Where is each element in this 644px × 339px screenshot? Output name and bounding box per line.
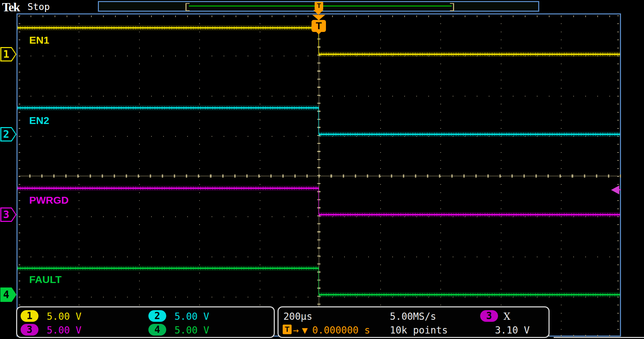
ch2-signal-label: EN2	[29, 115, 49, 126]
ch1-ground-marker: 1	[0, 47, 16, 61]
bottom-panel-edge	[554, 337, 644, 338]
ch3-signal-label: PWRGD	[29, 194, 69, 206]
ch2-trace-falling-edge	[318, 108, 319, 134]
edge-ticks-left	[19, 15, 20, 337]
ch3-ground-marker-number: 3	[0, 208, 12, 221]
timebase-scale-readout: 200µs	[283, 311, 312, 322]
oscilloscope-screen: Tek Stop EN1	[0, 0, 644, 339]
ch2-badge: 2	[148, 310, 166, 322]
trigger-slope-marker-glyph: ▼	[302, 325, 308, 336]
trigger-level-arrow-tail	[619, 189, 621, 190]
ch2-scale-readout: 5.00 V	[174, 311, 209, 322]
center-horizontal-axis	[19, 174, 621, 178]
trigger-arrow-topbar-icon	[313, 10, 324, 15]
ch4-ground-marker: 4	[0, 287, 16, 302]
ch1-scale-readout: 5.00 V	[47, 311, 81, 322]
ch4-trace-falling-edge	[318, 268, 319, 295]
trigger-icon-readout: T	[283, 325, 292, 334]
trigger-position-arrow-icon	[312, 15, 325, 20]
ch1-ground-marker-number: 1	[0, 48, 12, 60]
ch4-ground-marker-number: 4	[0, 289, 12, 301]
ch3-scale-readout: 5.00 V	[47, 325, 81, 336]
ch4-badge: 4	[148, 324, 166, 336]
sample-rate-readout: 5.00MS/s	[390, 311, 436, 322]
trigger-icon-topbar: T	[315, 2, 323, 10]
ch3-trace-falling-edge	[318, 188, 319, 215]
channel-readout-box: 1 5.00 V 2 5.00 V 3 5.00 V 4 5.00 V	[16, 306, 275, 338]
ch1-signal-label: EN1	[29, 34, 49, 46]
timebase-trigger-readout-box: 200µs 5.00MS/s 3 X T → ▼ 0.000000 s 10k …	[278, 306, 550, 338]
trigger-source-badge: 3	[480, 310, 498, 322]
trigger-slope-symbol: X	[504, 311, 510, 322]
ch3-trace-low	[319, 214, 620, 215]
ch1-badge: 1	[21, 310, 38, 322]
ch2-ground-marker: 2	[0, 127, 16, 142]
ch1-trace-high	[18, 27, 319, 29]
ch2-trace-high	[18, 107, 319, 109]
ch4-trace-high	[18, 268, 319, 269]
edge-ticks-right	[617, 15, 619, 337]
ch3-badge: 3	[21, 324, 38, 336]
ch2-ground-marker-number: 2	[0, 128, 12, 140]
record-view-left-bracket	[185, 3, 190, 11]
record-length-readout: 10k points	[390, 325, 448, 336]
ch3-ground-marker: 3	[0, 207, 16, 222]
trigger-position-marker: T	[312, 20, 326, 32]
trigger-level-arrow-icon	[611, 185, 619, 194]
ch1-trace-low	[319, 54, 620, 55]
ch4-scale-readout: 5.00 V	[174, 325, 209, 336]
trigger-position-marker-point	[316, 32, 321, 34]
ch4-trace-low	[319, 294, 620, 295]
ch4-signal-label: FAULT	[29, 274, 61, 285]
trigger-position-readout: 0.000000 s	[312, 325, 370, 336]
ch3-trace-high	[18, 188, 319, 189]
trigger-arrow-glyph: →	[293, 325, 299, 336]
trigger-level-readout: 3.10 V	[495, 325, 530, 336]
acquisition-status: Stop	[27, 1, 50, 12]
record-view-right-bracket	[450, 3, 454, 11]
ch2-trace-low	[319, 134, 620, 135]
tek-logo: Tek	[2, 0, 20, 14]
